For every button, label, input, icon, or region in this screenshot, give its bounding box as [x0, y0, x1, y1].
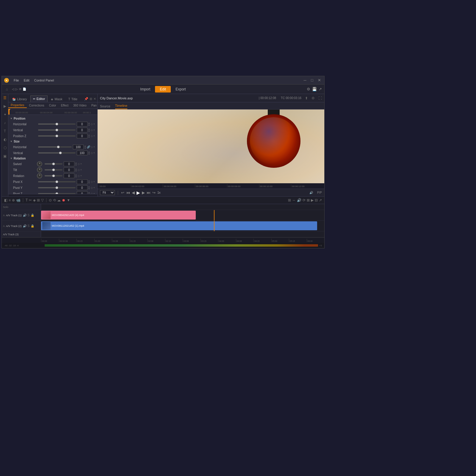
bt-right-icon-1[interactable]: ⊞	[288, 198, 291, 202]
prop-size-horizontal-slider[interactable]	[38, 145, 72, 149]
reset-btn[interactable]: +	[80, 162, 82, 165]
keyframe-btn[interactable]: ◇	[91, 180, 93, 183]
track-clip-1[interactable]: MOV08042921420 (4).mp4	[41, 211, 196, 220]
bt-right-icon-6[interactable]: ▶	[311, 198, 314, 202]
bt-icon-11[interactable]: ⟲	[53, 198, 56, 202]
spin-up[interactable]: ▲	[88, 128, 90, 130]
bt-right-icon-3[interactable]: 🔊	[297, 198, 301, 202]
section-size[interactable]: Size	[8, 139, 97, 144]
bt-icon-7[interactable]: ◈	[33, 198, 36, 202]
track-solo-2[interactable]: S	[28, 224, 30, 228]
tab-mask[interactable]: ◈ Mask	[48, 96, 65, 102]
track-solo-1[interactable]: S	[28, 214, 30, 217]
spin-up[interactable]: ▲	[88, 122, 90, 124]
volume-icon[interactable]: 🔊	[309, 191, 313, 194]
prop-tilt-slider[interactable]	[45, 168, 62, 172]
prop-position-z-value[interactable]: 0	[77, 134, 87, 138]
reset-btn[interactable]: +	[80, 168, 82, 171]
minimize-btn[interactable]: ─	[302, 78, 308, 83]
spin-down[interactable]: ▼	[88, 130, 90, 132]
reset-btn[interactable]: +	[93, 151, 95, 154]
sub-tab-corrections[interactable]: Corrections	[27, 103, 47, 108]
reset-btn[interactable]: +	[93, 129, 95, 131]
prop-vertical-spin[interactable]: ▲ ▼	[88, 128, 90, 132]
history-btn[interactable]: ⟳	[19, 87, 21, 91]
reset-btn[interactable]: +	[93, 123, 95, 126]
link-icon[interactable]: 🔗	[87, 145, 90, 148]
prop-vertical-slider[interactable]	[38, 128, 76, 132]
close-btn[interactable]: ✕	[317, 78, 322, 83]
keyframe-btn[interactable]: ◇	[91, 129, 93, 131]
prop-position-z-spin[interactable]: ▲ ▼	[88, 134, 90, 138]
spin-down[interactable]: ▼	[88, 188, 90, 190]
pb-rewind-btn[interactable]: ↩	[121, 190, 124, 195]
prop-tilt-value[interactable]: 0	[64, 167, 74, 172]
preview-settings-icon[interactable]: ⚙	[311, 96, 315, 100]
sidebar-icon-info[interactable]: ▣	[2, 154, 8, 159]
spin-up[interactable]: ▲	[88, 151, 90, 153]
spin-up[interactable]: ▲	[88, 192, 90, 194]
pb-play-btn[interactable]: ▶	[137, 190, 140, 195]
prop-pivot-z-value[interactable]: 0	[77, 191, 87, 194]
keyframe-btn[interactable]: ◇	[91, 134, 93, 137]
swivel-knob[interactable]	[37, 161, 42, 167]
prop-swivel-slider[interactable]	[45, 162, 62, 166]
prop-rotation-spin[interactable]: ▲ ▼	[75, 174, 77, 178]
preview-tab-timeline[interactable]: Timeline	[115, 104, 127, 109]
track-lock-2[interactable]: 🔒	[31, 224, 34, 228]
reset-btn[interactable]: +	[93, 180, 95, 183]
sub-tab-effect[interactable]: Effect	[59, 103, 71, 108]
bt-icon-red[interactable]: ⏺	[62, 198, 65, 202]
save-icon[interactable]: 💾	[312, 87, 317, 91]
pb-step-back-btn[interactable]: ◀	[132, 190, 135, 195]
prop-size-vertical-spin[interactable]: ▲ ▼	[88, 151, 90, 155]
spin-up[interactable]: ▲	[75, 168, 77, 170]
import-button[interactable]: Import	[135, 86, 155, 93]
settings-icon[interactable]: ⚙	[307, 87, 310, 91]
back-btn[interactable]: ◁	[12, 87, 14, 91]
prop-pivot-y-value[interactable]: 0	[77, 185, 87, 190]
sub-tab-color[interactable]: Color	[47, 103, 59, 108]
tab-library[interactable]: 📚 Library	[10, 96, 30, 102]
prop-size-vertical-slider[interactable]	[38, 151, 76, 155]
spin-down[interactable]: ▼	[75, 170, 77, 172]
sidebar-icon-effects[interactable]: ✦	[2, 112, 8, 117]
prop-pivot-x-value[interactable]: 0	[77, 179, 87, 184]
bt-right-icon-2[interactable]: ↔	[292, 198, 296, 202]
spin-up[interactable]: ▲	[75, 174, 77, 176]
sub-tab-pan-zoom[interactable]: Pan and Zoom	[89, 103, 97, 108]
prop-pivot-y-slider[interactable]	[38, 186, 76, 190]
pb-step-fwd-btn[interactable]: ▶	[142, 190, 145, 195]
rotation-knob[interactable]	[37, 173, 42, 178]
export-icon[interactable]: ↗	[319, 87, 322, 91]
prop-rotation-value[interactable]: 0	[64, 173, 74, 178]
bookmark-btn[interactable]: 📄	[23, 87, 26, 91]
export-button[interactable]: Export	[171, 86, 191, 93]
prop-size-vertical-value[interactable]: 100	[77, 151, 87, 155]
prop-horizontal-spin[interactable]: ▲ ▼	[88, 122, 90, 126]
bt-icon-1[interactable]: ◧	[4, 198, 7, 202]
keyframe-btn[interactable]: ◇	[91, 151, 93, 154]
prop-pivot-x-spin[interactable]: ▲ ▼	[88, 180, 90, 184]
spin-up[interactable]: ▲	[88, 134, 90, 136]
prop-pivot-x-slider[interactable]	[38, 180, 76, 184]
track-mute-2[interactable]: 🔊	[23, 224, 26, 228]
spin-up[interactable]: ▲	[88, 180, 90, 182]
spin-down[interactable]: ▼	[84, 147, 86, 149]
keyframe-btn[interactable]: ◇	[91, 186, 93, 189]
reset-btn[interactable]: +	[93, 145, 95, 148]
bt-icon-2[interactable]: ≡	[9, 198, 11, 202]
prop-pivot-z-spin[interactable]: ▲ ▼	[88, 192, 90, 194]
tilt-knob[interactable]	[37, 167, 42, 173]
section-rotation[interactable]: Rotation	[8, 156, 97, 161]
section-position[interactable]: Position	[8, 116, 97, 121]
prop-size-horizontal-value[interactable]: 100	[73, 145, 84, 149]
forward-btn[interactable]: ▷	[15, 87, 18, 91]
keyframe-btn[interactable]: ◇	[78, 162, 80, 165]
expand-icon[interactable]: ⊞	[90, 97, 92, 101]
tab-title[interactable]: T Title	[66, 96, 80, 102]
keyframe-btn[interactable]: ◇	[91, 145, 93, 148]
close-panel-icon[interactable]: ✕	[93, 97, 96, 101]
pip-btn[interactable]: P/P	[317, 191, 322, 194]
pb-next-frame-btn[interactable]: ⏭	[147, 190, 151, 195]
